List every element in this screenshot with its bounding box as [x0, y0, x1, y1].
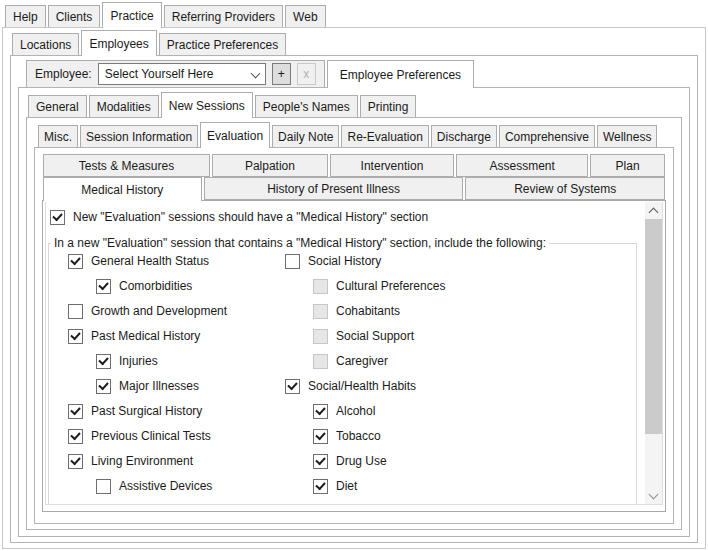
checkbox-previous-clinical-tests[interactable]: Previous Clinical Tests [68, 428, 211, 444]
checkbox-label: Living Environment [91, 454, 193, 468]
tab-referring-providers[interactable]: Referring Providers [164, 5, 283, 27]
checkbox-comorbidities[interactable]: Comorbidities [96, 278, 192, 294]
chevron-down-icon [649, 490, 659, 500]
checkbox-alcohol[interactable]: Alcohol [313, 403, 375, 419]
tab-practice-preferences[interactable]: Practice Preferences [159, 33, 286, 55]
checkbox-general-health-status[interactable]: General Health Status [68, 253, 209, 269]
tab-practice[interactable]: Practice [102, 2, 161, 28]
checkbox-label: Major Illnesses [119, 379, 199, 393]
tab-wellness[interactable]: Wellness [597, 125, 657, 147]
tab-new-sessions[interactable]: New Sessions [161, 92, 253, 118]
tab-intervention[interactable]: Intervention [330, 154, 454, 177]
application-window: { "nav": { "main": { "items": ["Help", "… [0, 0, 708, 551]
checkbox-box[interactable] [285, 254, 300, 269]
tab-modalities[interactable]: Modalities [89, 95, 159, 117]
checkbox-label: Growth and Development [91, 304, 227, 318]
tab-help[interactable]: Help [5, 5, 46, 27]
checkbox-label: Social Support [336, 329, 414, 343]
practice-tab-bar: Locations Employees Practice Preferences [12, 30, 288, 56]
checkbox-cultural-preferences[interactable]: Cultural Preferences [313, 278, 445, 294]
tab-medical-history[interactable]: Medical History [43, 177, 202, 201]
evaluation-section-tab-row-2: Medical History History of Present Illne… [43, 177, 665, 201]
tab-misc[interactable]: Misc. [38, 125, 78, 147]
tab-peoples-names[interactable]: People's Names [255, 95, 358, 117]
tab-daily-note[interactable]: Daily Note [272, 125, 339, 147]
checkbox-box[interactable] [96, 354, 111, 369]
scroll-thumb[interactable] [645, 219, 662, 434]
tab-re-evaluation[interactable]: Re-Evaluation [341, 125, 428, 147]
remove-employee-button[interactable]: x [297, 63, 316, 85]
checkbox-box[interactable] [68, 429, 83, 444]
checkbox-social-health-habits[interactable]: Social/Health Habits [285, 378, 416, 394]
checkbox-label: Cultural Preferences [336, 279, 445, 293]
checkbox-label: Tobacco [336, 429, 381, 443]
checkbox-social-history[interactable]: Social History [285, 253, 381, 269]
checkbox-tobacco[interactable]: Tobacco [313, 428, 381, 444]
employee-combobox[interactable]: Select Yourself Here [98, 63, 266, 85]
checkbox-major-illnesses[interactable]: Major Illnesses [96, 378, 199, 394]
vertical-scrollbar[interactable] [645, 202, 662, 504]
tab-discharge[interactable]: Discharge [431, 125, 497, 147]
employee-selector-group: Employee: Select Yourself Here + x [26, 60, 325, 87]
tab-tests-measures[interactable]: Tests & Measures [43, 154, 210, 177]
checkbox-box[interactable] [68, 304, 83, 319]
tab-employees[interactable]: Employees [81, 30, 156, 56]
tab-employee-preferences[interactable]: Employee Preferences [327, 60, 474, 88]
checkbox-box[interactable] [68, 329, 83, 344]
checkbox-label: New "Evaluation" sessions should have a … [73, 210, 428, 224]
checkbox-growth-and-development[interactable]: Growth and Development [68, 303, 227, 319]
checkbox-living-environment[interactable]: Living Environment [68, 453, 193, 469]
checkbox-box[interactable] [285, 379, 300, 394]
checkbox-box[interactable] [50, 210, 65, 225]
tab-assessment[interactable]: Assessment [456, 154, 588, 177]
tab-session-information[interactable]: Session Information [80, 125, 198, 147]
checkbox-box [313, 304, 328, 319]
checkbox-caregiver[interactable]: Caregiver [313, 353, 388, 369]
checkbox-label: Past Medical History [91, 329, 200, 343]
tab-palpation[interactable]: Palpation [212, 154, 328, 177]
checkbox-cohabitants[interactable]: Cohabitants [313, 303, 400, 319]
checkbox-past-surgical-history[interactable]: Past Surgical History [68, 403, 202, 419]
checkbox-box[interactable] [96, 279, 111, 294]
checkbox-box[interactable] [313, 404, 328, 419]
tab-printing[interactable]: Printing [360, 95, 417, 117]
checkbox-box[interactable] [313, 454, 328, 469]
checkbox-box[interactable] [313, 479, 328, 494]
checkbox-diet[interactable]: Diet [313, 478, 357, 494]
tab-general[interactable]: General [28, 95, 87, 117]
checkbox-label: Injuries [119, 354, 158, 368]
tab-plan[interactable]: Plan [590, 154, 665, 177]
checkbox-assistive-devices[interactable]: Assistive Devices [96, 478, 212, 494]
tab-comprehensive[interactable]: Comprehensive [499, 125, 595, 147]
tab-clients[interactable]: Clients [48, 5, 101, 27]
checkbox-box[interactable] [68, 254, 83, 269]
tab-history-of-present-illness[interactable]: History of Present Illness [204, 177, 464, 200]
evaluation-section-tab-row-1: Tests & Measures Palpation Intervention … [43, 154, 665, 177]
checkbox-box[interactable] [68, 454, 83, 469]
tab-locations[interactable]: Locations [12, 33, 79, 55]
scroll-up-button[interactable] [645, 202, 662, 219]
add-employee-button[interactable]: + [272, 63, 291, 85]
checkbox-social-support[interactable]: Social Support [313, 328, 414, 344]
checkbox-injuries[interactable]: Injuries [96, 353, 158, 369]
checkbox-box[interactable] [68, 404, 83, 419]
checkbox-box[interactable] [96, 479, 111, 494]
include-sections-groupbox: In a new "Evaluation" session that conta… [48, 243, 637, 505]
tab-review-of-systems[interactable]: Review of Systems [465, 177, 665, 200]
checkbox-label: Drug Use [336, 454, 387, 468]
checkbox-label: Alcohol [336, 404, 375, 418]
checkbox-past-medical-history[interactable]: Past Medical History [68, 328, 200, 344]
scroll-down-button[interactable] [645, 487, 662, 504]
checkbox-label: Assistive Devices [119, 479, 212, 493]
tab-web[interactable]: Web [285, 5, 325, 27]
checkbox-new-evaluation-medical-history-section[interactable]: New "Evaluation" sessions should have a … [50, 209, 428, 225]
tab-evaluation[interactable]: Evaluation [200, 122, 270, 148]
checkbox-drug-use[interactable]: Drug Use [313, 453, 387, 469]
checkbox-label: Comorbidities [119, 279, 192, 293]
chevron-down-icon [250, 68, 260, 78]
checkbox-box[interactable] [313, 429, 328, 444]
main-tab-bar: Help Clients Practice Referring Provider… [5, 2, 328, 28]
checkbox-box[interactable] [96, 379, 111, 394]
checkbox-box [313, 354, 328, 369]
new-sessions-tab-bar: Misc. Session Information Evaluation Dai… [38, 122, 659, 148]
